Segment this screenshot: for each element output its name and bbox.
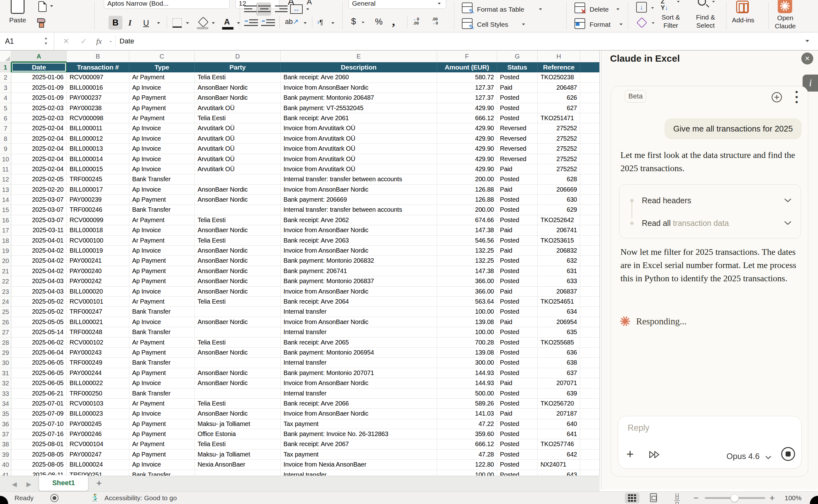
cell-C13[interactable]: Ap Invoice bbox=[129, 185, 195, 195]
column-header-A[interactable]: A bbox=[11, 51, 67, 62]
cell-empty[interactable] bbox=[580, 195, 600, 205]
cell-C11[interactable]: Ap Invoice bbox=[129, 164, 195, 174]
cell-B20[interactable]: PAY000241 bbox=[67, 256, 129, 266]
cell-E21[interactable]: Bank payment: 206741 bbox=[281, 266, 437, 276]
cell-F17[interactable]: 147.38 bbox=[437, 225, 497, 235]
zoom-slider[interactable] bbox=[705, 497, 765, 499]
cell-C9[interactable]: Ap Invoice bbox=[129, 144, 195, 154]
cell-H13[interactable]: 206669 bbox=[538, 185, 580, 195]
cell-empty[interactable] bbox=[580, 429, 600, 439]
cell-C30[interactable]: Bank Transfer bbox=[129, 358, 195, 368]
cell-empty[interactable] bbox=[580, 144, 600, 154]
cell-C17[interactable]: Ap Invoice bbox=[129, 225, 195, 235]
cell-empty[interactable] bbox=[580, 154, 600, 164]
cell-E3[interactable]: Invoice from AnsonBaer Nordic bbox=[281, 83, 437, 93]
cell-A4[interactable]: 2025-01-09 bbox=[11, 93, 67, 103]
cell-B17[interactable]: BILL000018 bbox=[67, 225, 129, 235]
cell-B10[interactable]: BILL000014 bbox=[67, 154, 129, 164]
fast-forward-icon[interactable] bbox=[648, 450, 661, 460]
cell-A24[interactable]: 2025-05-02 bbox=[11, 297, 67, 307]
cell-E37[interactable]: Bank payment: Invoice No. 26-312863 bbox=[281, 429, 437, 439]
cell-H29[interactable]: 636 bbox=[538, 348, 580, 358]
cell-D18[interactable]: Telia Eesti bbox=[195, 236, 281, 246]
row-header-27[interactable]: 27 bbox=[0, 327, 11, 337]
cell-empty[interactable] bbox=[580, 419, 600, 429]
cell-G31[interactable]: Posted bbox=[497, 368, 538, 378]
cell-empty[interactable] bbox=[580, 164, 600, 174]
format-dropdown-icon[interactable] bbox=[619, 24, 623, 25]
delete-dropdown-icon[interactable] bbox=[616, 8, 619, 10]
tab-sheet1[interactable]: Sheet1 bbox=[39, 475, 88, 491]
cell-G40[interactable]: Posted bbox=[497, 460, 538, 470]
align-left-icon[interactable] bbox=[244, 5, 257, 14]
cell-empty[interactable] bbox=[580, 287, 600, 297]
cell-G32[interactable]: Paid bbox=[497, 378, 538, 388]
row-header-1[interactable]: 1 bbox=[0, 62, 11, 72]
row-header-4[interactable]: 4 bbox=[0, 93, 11, 103]
cell-H41[interactable]: 643 bbox=[538, 470, 580, 476]
cell-G20[interactable]: Posted bbox=[497, 256, 538, 266]
cell-H4[interactable]: 626 bbox=[538, 93, 580, 103]
cell-E38[interactable]: Bank receipt: Arve 2067 bbox=[281, 439, 437, 449]
cell-F39[interactable]: 47.28 bbox=[437, 450, 497, 460]
cell-F1[interactable]: Amount (EUR) bbox=[437, 62, 497, 72]
cell-E17[interactable]: Invoice from AnsonBaer Nordic bbox=[281, 225, 437, 235]
cell-E1[interactable]: Description bbox=[281, 62, 437, 72]
font-name-select[interactable]: Aptos Narrow (Bod... bbox=[104, 0, 230, 9]
cell-F32[interactable]: 144.93 bbox=[437, 378, 497, 388]
cell-B40[interactable]: BILL000024 bbox=[67, 460, 129, 470]
cell-H21[interactable]: 631 bbox=[538, 266, 580, 276]
cell-H38[interactable]: TKO257746 bbox=[538, 439, 580, 449]
cell-empty[interactable] bbox=[580, 470, 600, 476]
cell-C2[interactable]: Ar Payment bbox=[129, 72, 195, 82]
sort-filter-button[interactable]: Sort & Filter bbox=[655, 13, 686, 30]
cell-B5[interactable]: PAY000238 bbox=[67, 103, 129, 113]
row-header-36[interactable]: 36 bbox=[0, 419, 11, 429]
cell-empty[interactable] bbox=[580, 113, 600, 123]
shrink-font-icon[interactable]: A bbox=[307, 0, 312, 6]
cell-H24[interactable]: TKO254651 bbox=[538, 297, 580, 307]
cell-F22[interactable]: 366.00 bbox=[437, 276, 497, 286]
cell-F26[interactable]: 139.08 bbox=[437, 317, 497, 327]
cell-C6[interactable]: Ar Payment bbox=[129, 113, 195, 123]
cell-E25[interactable]: Internal transfer bbox=[281, 307, 437, 317]
row-header-34[interactable]: 34 bbox=[0, 399, 11, 409]
cell-D30[interactable] bbox=[195, 358, 281, 368]
cell-E34[interactable]: Bank receipt: Arve 2066 bbox=[281, 399, 437, 409]
cell-G29[interactable]: Posted bbox=[497, 348, 538, 358]
cell-empty[interactable] bbox=[580, 338, 600, 348]
cell-empty[interactable] bbox=[580, 72, 600, 82]
cell-B29[interactable]: PAY000243 bbox=[67, 348, 129, 358]
macro-record-icon[interactable] bbox=[50, 494, 59, 502]
cell-D3[interactable]: AnsonBaer Nordic bbox=[195, 83, 281, 93]
row-header-23[interactable]: 23 bbox=[0, 287, 11, 297]
cell-empty[interactable] bbox=[580, 327, 600, 337]
cell-empty[interactable] bbox=[580, 378, 600, 388]
cell-E6[interactable]: Bank receipt: Arve 2061 bbox=[281, 113, 437, 123]
cell-empty[interactable] bbox=[580, 348, 600, 358]
prev-sheet-icon[interactable]: ◀ bbox=[12, 480, 17, 488]
cell-empty[interactable] bbox=[580, 317, 600, 327]
cell-D15[interactable] bbox=[195, 205, 281, 215]
decrease-indent-icon[interactable] bbox=[244, 19, 258, 28]
cell-A23[interactable]: 2025-04-03 bbox=[11, 287, 67, 297]
cell-D38[interactable]: Telia Eesti bbox=[195, 439, 281, 449]
row-header-38[interactable]: 38 bbox=[0, 439, 11, 449]
cell-G23[interactable]: Paid bbox=[497, 287, 538, 297]
cell-H6[interactable]: TKO251471 bbox=[538, 113, 580, 123]
cell-G13[interactable]: Paid bbox=[497, 185, 538, 195]
cell-B26[interactable]: BILL000021 bbox=[67, 317, 129, 327]
cell-B15[interactable]: TRF000246 bbox=[67, 205, 129, 215]
cell-D33[interactable] bbox=[195, 389, 281, 399]
cell-F4[interactable]: 127.37 bbox=[437, 93, 497, 103]
clear-icon[interactable] bbox=[636, 17, 647, 28]
cell-H12[interactable]: 628 bbox=[538, 174, 580, 184]
cell-A37[interactable]: 2025-07-16 bbox=[11, 429, 67, 439]
cell-B23[interactable]: BILL000020 bbox=[67, 287, 129, 297]
cell-D29[interactable]: AnsonBaer Nordic bbox=[195, 348, 281, 358]
increase-decimal-icon[interactable]: ←0.00 bbox=[413, 17, 419, 25]
cell-G3[interactable]: Paid bbox=[497, 83, 538, 93]
reply-input[interactable]: Reply bbox=[628, 423, 649, 433]
cell-empty[interactable] bbox=[580, 134, 600, 144]
cell-A17[interactable]: 2025-03-11 bbox=[11, 225, 67, 235]
